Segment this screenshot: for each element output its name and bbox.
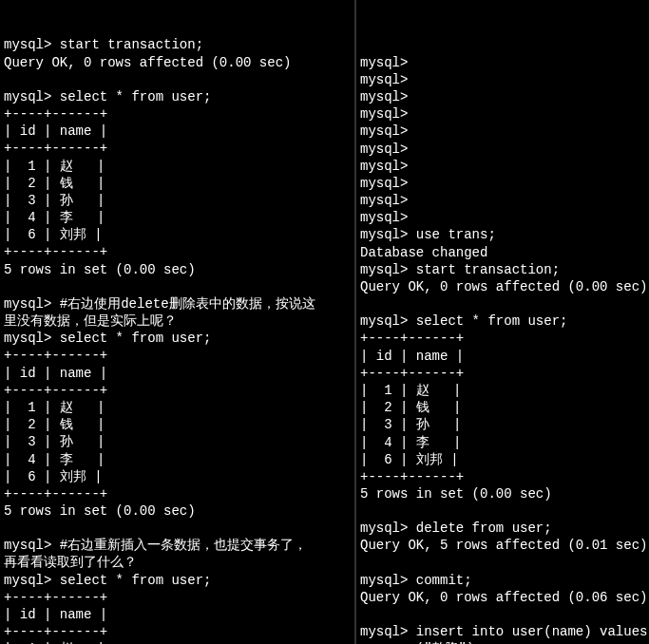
right-line: +----+------+ <box>360 330 645 347</box>
terminal-left-content: mysql> start transaction;Query OK, 0 row… <box>4 36 351 644</box>
left-line: 里没有数据，但是实际上呢？ <box>4 313 351 330</box>
right-line: mysql> <box>360 54 645 71</box>
left-line: 5 rows in set (0.00 sec) <box>4 261 351 278</box>
terminal-left-pane[interactable]: mysql> start transaction;Query OK, 0 row… <box>0 0 356 644</box>
right-line: mysql> <box>360 209 645 226</box>
left-line: | 1 | 赵 | <box>4 158 351 175</box>
left-line: mysql> select * from user; <box>4 88 351 105</box>
left-line: 再看看读取到了什么？ <box>4 554 351 571</box>
right-line: mysql> <box>360 123 645 140</box>
left-line: +----+------+ <box>4 243 351 260</box>
left-line: +----+------+ <box>4 589 351 606</box>
left-line: +----+------+ <box>4 485 351 502</box>
right-line: mysql> <box>360 141 645 158</box>
terminal-right-content: mysql>mysql>mysql>mysql>mysql>mysql>mysq… <box>360 54 645 644</box>
left-line: | id | name | <box>4 123 351 140</box>
left-line: mysql> select * from user; <box>4 330 351 347</box>
right-line: | 6 | 刘邦 | <box>360 451 645 468</box>
right-line: | 1 | 赵 | <box>360 382 645 399</box>
right-line: mysql> <box>360 158 645 175</box>
left-line: | 4 | 李 | <box>4 451 351 468</box>
left-line: +----+------+ <box>4 347 351 364</box>
left-line: | 6 | 刘邦 | <box>4 226 351 243</box>
right-line: +----+------+ <box>360 365 645 382</box>
left-line: | 1 | 赵 | <box>4 640 351 644</box>
left-line: mysql> #右边使用delete删除表中的数据，按说这 <box>4 295 351 313</box>
right-line: mysql> insert into user(name) values <box>360 623 645 640</box>
right-line <box>360 606 645 623</box>
right-line: Database changed <box>360 244 645 261</box>
left-line: | id | name | <box>4 606 351 623</box>
right-line: mysql> commit; <box>360 572 645 589</box>
right-line: mysql> <box>360 192 645 209</box>
right-line: Query OK, 0 rows affected (0.06 sec) <box>360 589 645 606</box>
left-line: mysql> start transaction; <box>4 36 351 53</box>
left-line: +----+------+ <box>4 140 351 157</box>
right-line: Query OK, 5 rows affected (0.01 sec) <box>360 537 645 554</box>
right-line: | 3 | 孙 | <box>360 416 645 433</box>
right-line: Query OK, 0 rows affected (0.00 sec) <box>360 278 645 295</box>
right-line: | id | name | <box>360 348 645 365</box>
right-line <box>360 295 645 313</box>
left-line: mysql> select * from user; <box>4 572 351 589</box>
left-line: | id | name | <box>4 365 351 382</box>
left-line: +----+------+ <box>4 105 351 123</box>
right-line: | 2 | 钱 | <box>360 399 645 416</box>
right-line: -> ("乾隆"); <box>360 640 645 644</box>
right-line: mysql> <box>360 88 645 105</box>
left-line: Query OK, 0 rows affected (0.00 sec) <box>4 54 351 71</box>
right-line: 5 rows in set (0.00 sec) <box>360 485 645 502</box>
left-line <box>4 278 351 295</box>
left-line: | 2 | 钱 | <box>4 175 351 192</box>
terminal-right-pane[interactable]: mysql>mysql>mysql>mysql>mysql>mysql>mysq… <box>356 0 649 644</box>
right-line: mysql> use trans; <box>360 226 645 243</box>
left-line: | 4 | 李 | <box>4 209 351 226</box>
left-line <box>4 520 351 537</box>
right-line <box>360 502 645 520</box>
left-line: +----+------+ <box>4 623 351 640</box>
right-line: mysql> select * from user; <box>360 313 645 330</box>
right-line: | 4 | 李 | <box>360 434 645 451</box>
right-line: mysql> start transaction; <box>360 261 645 278</box>
left-line: 5 rows in set (0.00 sec) <box>4 502 351 520</box>
right-line: mysql> delete from user; <box>360 520 645 537</box>
right-line: mysql> <box>360 71 645 88</box>
left-line: | 1 | 赵 | <box>4 399 351 416</box>
left-line: +----+------+ <box>4 382 351 399</box>
left-line <box>4 71 351 88</box>
left-line: mysql> #右边重新插入一条数据，也提交事务了， <box>4 537 351 554</box>
right-line: +----+------+ <box>360 468 645 485</box>
left-line: | 6 | 刘邦 | <box>4 468 351 485</box>
left-line: | 3 | 孙 | <box>4 192 351 209</box>
right-line: mysql> <box>360 105 645 123</box>
right-line: mysql> <box>360 175 645 192</box>
left-line: | 2 | 钱 | <box>4 416 351 433</box>
right-line <box>360 555 645 572</box>
left-line: | 3 | 孙 | <box>4 433 351 450</box>
